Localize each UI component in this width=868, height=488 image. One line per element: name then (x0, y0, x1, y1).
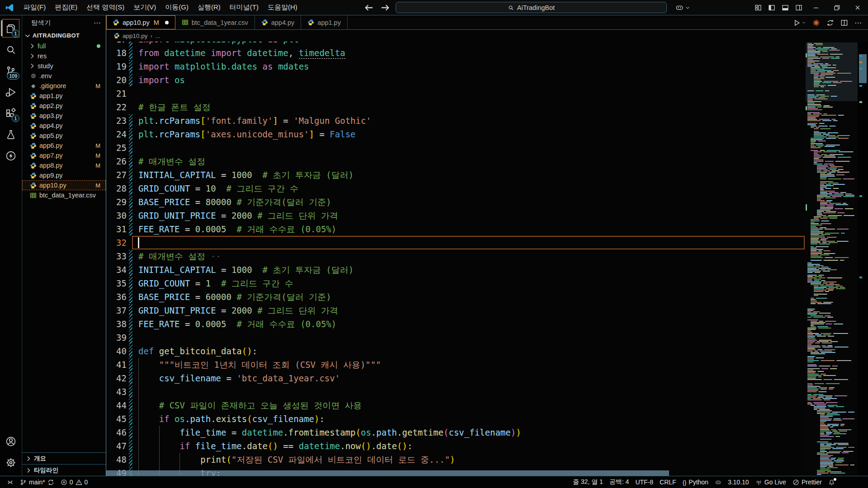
encoding[interactable]: UTF-8 (632, 479, 656, 486)
remote-indicator[interactable] (4, 479, 17, 486)
tree-item-app2.py[interactable]: app2.py (22, 101, 106, 111)
code-runner-icon[interactable] (812, 19, 820, 27)
sidebar-section-outline[interactable]: 개요 (22, 452, 106, 464)
code-line[interactable]: 18from datetime import datetime, timedel… (106, 46, 806, 60)
testing-icon[interactable] (1, 124, 21, 145)
tree-item-full[interactable]: full (22, 41, 106, 51)
notifications[interactable] (825, 479, 838, 486)
prettier[interactable]: Prettier (789, 479, 825, 486)
language-mode[interactable]: {}Python (679, 479, 712, 486)
code-line[interactable]: 21 (106, 87, 806, 100)
sidebar-section-timeline[interactable]: 타임라인 (22, 464, 106, 476)
minimize-button[interactable] (806, 0, 826, 15)
sidebar-more-actions[interactable]: ⋯ (94, 19, 101, 27)
indentation[interactable]: 공백: 4 (606, 478, 632, 486)
more-actions-icon[interactable]: ⋯ (854, 19, 862, 27)
customize-layout-icon[interactable] (751, 0, 765, 15)
tree-item-app8.py[interactable]: app8.pyM (22, 160, 106, 170)
code-line[interactable]: 39 (106, 331, 806, 344)
code-line[interactable]: 24plt.rcParams['axes.unicode_minus'] = F… (106, 127, 806, 141)
menu-item-7[interactable]: 터미널(T) (225, 0, 263, 15)
forward-arrow-icon[interactable] (379, 2, 391, 14)
tree-item-app10.py[interactable]: app10.pyM (22, 180, 106, 190)
menu-item-6[interactable]: 실행(R) (193, 0, 225, 15)
tab-btc_data_1year.csv[interactable]: btc_data_1year.csv (175, 15, 255, 29)
tree-item-app6.py[interactable]: app6.pyM (22, 141, 106, 150)
git-branch-status[interactable]: main* (17, 479, 57, 486)
go-live[interactable]: Go Live (752, 479, 789, 486)
copilot-menu[interactable] (675, 3, 690, 12)
code-line[interactable]: 35GRID_COUNT = 1 # 그리드 구간 수 (106, 277, 806, 290)
account-icon[interactable] (1, 431, 21, 452)
tree-item-app3.py[interactable]: app3.py (22, 111, 106, 121)
code-line[interactable]: 30GRID_UNIT_PRICE = 2000 # 그리드 단위 가격 (106, 209, 806, 222)
code-line[interactable]: 19import matplotlib.dates as mdates (106, 60, 806, 73)
command-center-search[interactable]: AiTradingBot (396, 2, 667, 13)
code-line[interactable]: 29BASE_PRICE = 80000 # 기준가격(달러 기준) (106, 195, 806, 209)
code-line[interactable]: 22# 한글 폰트 설정 (106, 100, 806, 114)
copilot-status[interactable] (712, 479, 725, 486)
menu-item-1[interactable]: 파일(F) (19, 0, 50, 15)
tab-app4.py[interactable]: app4.py (255, 15, 302, 29)
source-control-icon[interactable]: 109 (1, 60, 21, 81)
code-line[interactable]: 44 # CSV 파일이 존재하고 오늘 생성된 것이면 사용 (106, 399, 806, 412)
python-version[interactable]: 3.10.10 (725, 479, 752, 486)
minimap-slider[interactable] (806, 42, 858, 101)
settings-icon[interactable] (1, 452, 21, 473)
run-python-file-button[interactable] (793, 19, 806, 27)
code-line[interactable]: 32 (106, 236, 806, 249)
horizontal-scrollbar-thumb[interactable] (106, 470, 669, 476)
menu-item-4[interactable]: 보기(V) (129, 0, 160, 15)
tree-item-btc_data_1year.csv[interactable]: btc_data_1year.csv (22, 190, 106, 200)
code-line[interactable]: 38FEE_RATE = 0.0005 # 거래 수수료 (0.05%) (106, 317, 806, 331)
close-button[interactable] (847, 0, 868, 15)
code-line[interactable]: 27INITIAL_CAPITAL = 1000 # 초기 투자금 (달러) (106, 168, 806, 182)
code-line[interactable]: 31FEE_RATE = 0.0005 # 거래 수수료 (0.05%) (106, 222, 806, 236)
dirty-indicator[interactable] (165, 21, 169, 24)
menu-item-2[interactable]: 편집(E) (50, 0, 82, 15)
toggle-primary-sidebar-icon[interactable] (765, 0, 778, 15)
tree-item-.env[interactable]: .env (22, 71, 106, 81)
code-line[interactable]: 23plt.rcParams['font.family'] = 'Malgun … (106, 114, 806, 127)
explorer-icon[interactable]: 1 (1, 18, 21, 39)
menu-item-5[interactable]: 이동(G) (160, 0, 193, 15)
vertical-scrollbar[interactable] (858, 42, 868, 476)
code-line[interactable]: 26# 매개변수 설정 (106, 155, 806, 168)
code-line[interactable]: 41 """비트코인 1년치 데이터 조회 (CSV 캐시 사용)""" (106, 358, 806, 371)
tab-app10.py[interactable]: app10.pyM (106, 15, 175, 29)
run-and-debug-icon[interactable] (1, 81, 21, 103)
toggle-panel-icon[interactable] (778, 0, 792, 15)
restore-button[interactable] (826, 0, 847, 15)
code-line[interactable]: 43 (106, 385, 806, 399)
code-line[interactable]: 34INITIAL_CAPITAL = 1000 # 초기 투자금 (달러) (106, 263, 806, 277)
tree-item-study[interactable]: study (22, 61, 106, 71)
code-editor[interactable]: 17import matplotlib.pyplot as plt18from … (106, 42, 868, 476)
code-line[interactable]: 37GRID_UNIT_PRICE = 2000 # 그리드 단위 가격 (106, 304, 806, 317)
code-line[interactable]: 33# 매개변수 설정 ·· (106, 249, 806, 263)
code-line[interactable]: 36BASE_PRICE = 60000 # 기준가격(달러 기준) (106, 290, 806, 304)
code-line[interactable]: 25 (106, 141, 806, 155)
thunder-client-icon[interactable] (1, 145, 21, 166)
tree-item-.gitignore[interactable]: ◆.gitignoreM (22, 81, 106, 91)
menu-item-3[interactable]: 선택 영역(S) (82, 0, 129, 15)
code-line[interactable]: 17import matplotlib.pyplot as plt (106, 42, 806, 46)
tree-item-app5.py[interactable]: app5.py (22, 131, 106, 141)
tab-app1.py[interactable]: app1.py (301, 15, 348, 29)
menu-item-8[interactable]: 도움말(H) (263, 0, 302, 15)
code-line[interactable]: 42 csv_filename = 'btc_data_1year.csv' (106, 371, 806, 385)
tree-item-app9.py[interactable]: app9.py (22, 170, 106, 180)
code-line[interactable]: 47 if file_time.date() == datetime.now()… (106, 439, 806, 453)
tree-item-app4.py[interactable]: app4.py (22, 121, 106, 131)
explorer-root-folder[interactable]: AITRADINGBOT (22, 30, 106, 41)
split-editor-button[interactable] (840, 19, 848, 27)
vscode-logo-icon[interactable] (5, 3, 14, 13)
code-line[interactable]: 48 print("저장된 CSV 파일에서 비트코인 데이터 로드 중..."… (106, 453, 806, 466)
toggle-changes-icon[interactable] (826, 19, 834, 27)
toggle-secondary-sidebar-icon[interactable] (792, 0, 806, 15)
problems-status[interactable]: 0 0 (57, 479, 91, 486)
tree-item-app1.py[interactable]: app1.py (22, 91, 106, 101)
code-line[interactable]: 46 file_time = datetime.fromtimestamp(os… (106, 426, 806, 439)
tree-item-res[interactable]: res (22, 51, 106, 61)
code-line[interactable]: 40def get_bitcoin_data(): (106, 344, 806, 358)
search-icon[interactable] (1, 39, 21, 60)
